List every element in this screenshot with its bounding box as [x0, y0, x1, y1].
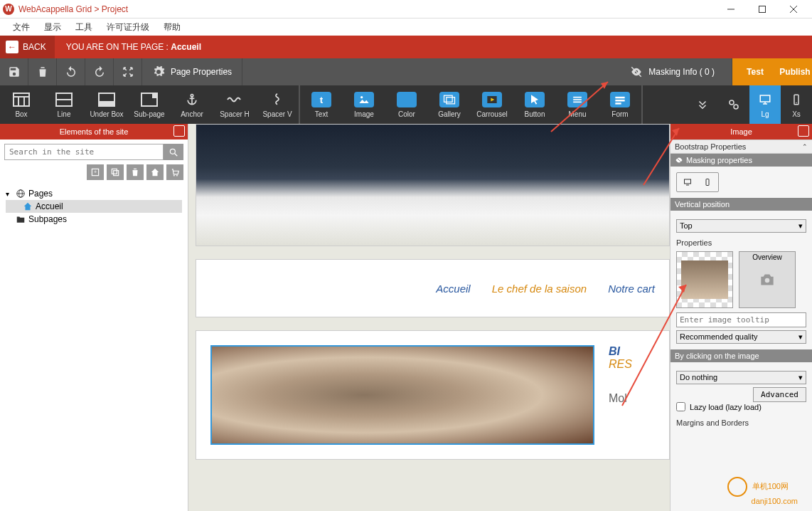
tool-spacer-h[interactable]: Spacer H — [213, 85, 256, 124]
svg-rect-26 — [615, 96, 624, 98]
anchor-icon — [182, 92, 202, 107]
nav-accueil[interactable]: Accueil — [436, 283, 470, 295]
hero-block[interactable]: ↕50px ↕50px ↕50px — [196, 124, 670, 246]
page-info: YOU ARE ON THE PAGE : Accueil — [55, 42, 213, 52]
selected-image[interactable] — [210, 345, 594, 445]
tool-form[interactable]: Form — [599, 85, 641, 124]
tree-pages[interactable]: ▾ Pages — [6, 187, 182, 200]
chevron-down-icon — [693, 97, 712, 112]
menu-file[interactable]: 文件 — [6, 21, 37, 33]
redo-button[interactable] — [85, 58, 114, 85]
detach-right-panel-button[interactable] — [798, 125, 809, 137]
spacing-ruler: ↕50px ↕50px ↕50px — [669, 125, 670, 246]
masking-section[interactable]: Masking properties — [671, 154, 812, 167]
duplicate-button[interactable] — [107, 164, 124, 180]
svg-line-37 — [175, 153, 178, 156]
svg-point-29 — [730, 100, 734, 105]
collapse-button[interactable] — [114, 58, 142, 85]
svg-point-19 — [360, 96, 363, 98]
svg-rect-40 — [112, 169, 117, 174]
menubar: 文件 显示 工具 许可证升级 帮助 — [0, 19, 812, 36]
publish-button[interactable]: Publish — [772, 58, 812, 85]
toolbar-actions: Page Properties Masking Info ( 0 ) Test … — [0, 58, 812, 85]
svg-point-15 — [191, 94, 193, 96]
click-action-select[interactable]: Do nothing▾ — [676, 371, 806, 384]
save-button[interactable] — [0, 58, 28, 85]
globe-icon — [16, 189, 26, 199]
tool-color[interactable]: Color — [385, 85, 428, 124]
svg-rect-28 — [615, 102, 621, 105]
content-block[interactable]: BI RES Mol — [196, 330, 670, 460]
tool-underbox[interactable]: Under Box — [85, 85, 128, 124]
cart-button[interactable] — [166, 164, 183, 180]
tool-text[interactable]: tText — [300, 85, 343, 124]
image-thumbnail[interactable] — [676, 251, 733, 308]
svg-point-43 — [176, 175, 178, 177]
mobile-icon — [786, 92, 806, 107]
tree-subpages[interactable]: Subpages — [6, 213, 182, 226]
tool-carrousel[interactable]: Carrousel — [471, 85, 513, 124]
content-text: BI RES Mol — [609, 345, 632, 445]
bootstrap-section[interactable]: Bootstrap Properties⌃ — [671, 139, 812, 154]
maximize-button[interactable] — [747, 0, 778, 19]
tool-button[interactable]: Button — [513, 85, 556, 124]
view-xs-button[interactable]: Xs — [781, 85, 812, 124]
view-lg-button[interactable]: Lg — [749, 85, 781, 124]
menu-help[interactable]: 帮助 — [156, 21, 188, 33]
svg-text:t: t — [320, 95, 324, 105]
nav-carte[interactable]: Notre cart — [608, 283, 655, 295]
menu-tools[interactable]: 工具 — [68, 21, 100, 33]
tool-anchor[interactable]: Anchor — [171, 85, 213, 124]
page-properties-button[interactable]: Page Properties — [142, 58, 242, 85]
test-button[interactable]: Test — [732, 58, 772, 85]
search-icon — [169, 147, 178, 157]
minimize-button[interactable] — [715, 0, 747, 19]
canvas[interactable]: ↕50px ↕50px ↕50px Accueil Le chef de la … — [188, 124, 670, 511]
settings-button[interactable] — [718, 85, 749, 124]
left-panel-header: Elements of the site — [0, 124, 188, 139]
quality-select[interactable]: Recommended quality▾ — [676, 330, 806, 344]
hero-image[interactable] — [196, 125, 669, 246]
tool-subpage[interactable]: Sub-page — [128, 85, 171, 124]
gear-icon — [152, 65, 165, 78]
folder-icon — [16, 214, 26, 224]
overview-thumbnail[interactable]: Overview — [739, 251, 796, 308]
svg-rect-27 — [615, 100, 624, 102]
device-desktop[interactable] — [680, 176, 695, 189]
tooltip-input[interactable] — [676, 312, 806, 327]
lazy-load-checkbox[interactable] — [676, 402, 685, 411]
page-tree: ▾ Pages Accueil Subpages — [0, 184, 188, 228]
tool-gallery[interactable]: Gallery — [428, 85, 471, 124]
click-section[interactable]: By clicking on the image — [671, 349, 812, 362]
left-panel: Elements of the site + ▾ Pages Accueil — [0, 124, 188, 511]
detach-panel-button[interactable] — [173, 125, 185, 137]
svg-point-36 — [170, 149, 175, 154]
tree-accueil[interactable]: Accueil — [6, 200, 182, 213]
search-input[interactable] — [4, 144, 164, 160]
trash-button[interactable] — [127, 164, 144, 180]
menu-license[interactable]: 许可证升级 — [100, 21, 156, 33]
tool-line[interactable]: Line — [43, 85, 85, 124]
masking-info-button[interactable]: Masking Info ( 0 ) — [613, 58, 732, 85]
home-button[interactable] — [146, 164, 164, 180]
back-button[interactable]: ← BACK — [0, 36, 55, 58]
advanced-button[interactable]: Advanced — [753, 387, 806, 402]
nav-chef[interactable]: Le chef de la saison — [492, 283, 587, 295]
vertical-pos-select[interactable]: Top▾ — [676, 219, 806, 233]
vertical-pos-section[interactable]: Vertical position — [671, 198, 812, 211]
menu-display[interactable]: 显示 — [37, 21, 68, 33]
tool-box[interactable]: Box — [0, 85, 43, 124]
device-mobile[interactable] — [700, 176, 715, 189]
nav-block[interactable]: Accueil Le chef de la saison Notre cart — [196, 259, 670, 317]
tool-menu[interactable]: Menu — [556, 85, 599, 124]
add-page-button[interactable]: + — [87, 164, 104, 180]
expand-down-button[interactable] — [687, 85, 718, 124]
delete-button[interactable] — [28, 58, 57, 85]
tool-image[interactable]: Image — [343, 85, 385, 124]
tool-spacer-v[interactable]: Spacer V — [256, 85, 299, 124]
svg-text:+: + — [94, 169, 97, 174]
search-button[interactable] — [164, 144, 183, 160]
undo-button[interactable] — [57, 58, 85, 85]
close-button[interactable] — [778, 0, 809, 19]
margins-label: Margins and Borders — [676, 418, 806, 427]
